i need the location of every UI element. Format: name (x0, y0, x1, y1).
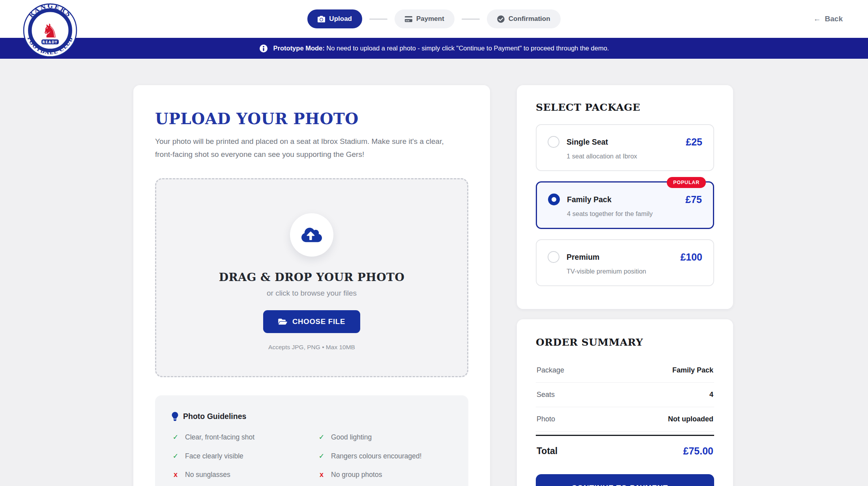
summary-value: Not uploaded (668, 415, 713, 423)
guideline-item: ✓Clear, front-facing shot (172, 433, 306, 441)
package-desc: 4 seats together for the family (567, 210, 702, 218)
upload-card: UPLOAD YOUR PHOTO Your photo will be pri… (133, 85, 490, 486)
summary-row-seats: Seats 4 (536, 383, 714, 407)
guideline-text: No group photos (331, 471, 382, 479)
guideline-text: Good lighting (331, 433, 372, 441)
check-circle-icon (497, 15, 505, 23)
lion-rampant-icon: ♞ (41, 20, 58, 42)
package-price: £25 (686, 136, 702, 148)
check-icon: ✓ (318, 452, 326, 460)
upload-circle (290, 213, 333, 257)
check-icon: ✓ (172, 452, 180, 460)
photo-dropzone[interactable]: DRAG & DROP YOUR PHOTO or click to brows… (155, 178, 468, 377)
package-desc: TV-visible premium position (567, 268, 702, 275)
total-row: Total £75.00 (536, 436, 714, 457)
photo-guidelines-panel: Photo Guidelines ✓Clear, front-facing sh… (155, 395, 468, 486)
radio-unselected[interactable] (548, 251, 559, 263)
order-summary-title: ORDER SUMMARY (536, 337, 714, 348)
checkout-stepper: Upload Payment Confirmation (307, 9, 560, 28)
banner-text: Prototype Mode: No need to upload a real… (273, 45, 609, 52)
credit-card-icon (405, 15, 412, 23)
package-name: Single Seat (567, 138, 608, 147)
popular-badge: POPULAR (667, 177, 706, 188)
summary-label: Package (537, 366, 564, 374)
guideline-text: Rangers colours encouraged! (331, 452, 422, 460)
summary-value: Family Pack (672, 366, 713, 374)
guideline-item: ✓Face clearly visible (172, 452, 306, 460)
radio-unselected[interactable] (548, 136, 559, 148)
package-name: Family Pack (567, 195, 612, 204)
info-icon (259, 44, 268, 53)
check-icon: ✓ (318, 433, 326, 441)
guideline-text: Clear, front-facing shot (185, 433, 254, 441)
badge-scroll: READY (43, 40, 58, 44)
summary-label: Seats (537, 391, 555, 399)
package-option-single-seat[interactable]: Single Seat £25 1 seat allocation at Ibr… (536, 124, 714, 171)
guideline-text: No sunglasses (185, 471, 230, 479)
guideline-text: Face clearly visible (185, 452, 243, 460)
step-payment-label: Payment (416, 15, 444, 23)
stepper-connector (462, 19, 480, 20)
package-name: Premium (567, 253, 599, 262)
cross-icon: x (172, 471, 180, 479)
radio-selected[interactable] (548, 194, 560, 205)
lightbulb-icon (172, 412, 178, 421)
back-label: Back (825, 15, 843, 23)
check-icon: ✓ (172, 433, 180, 441)
guidelines-title: Photo Guidelines (183, 412, 246, 421)
package-option-premium[interactable]: Premium £100 TV-visible premium position (536, 239, 714, 286)
guidelines-grid: ✓Clear, front-facing shot ✓Good lighting… (172, 433, 452, 486)
summary-value: 4 (709, 391, 713, 399)
camera-icon (318, 15, 325, 23)
prototype-mode-banner: Prototype Mode: No need to upload a real… (0, 38, 868, 59)
summary-row-package: Package Family Pack (536, 358, 714, 383)
arrow-left-icon: ← (814, 15, 821, 23)
guideline-item: ✓Rangers colours encouraged! (318, 452, 452, 460)
step-confirmation-label: Confirmation (509, 15, 550, 23)
banner-text-bold: Prototype Mode: (273, 45, 325, 52)
rangers-club-badge: RANGERS FOOTBALL CLUB ♞ READY (23, 3, 77, 58)
select-package-card: SELECT PACKAGE Single Seat £25 1 seat al… (517, 85, 733, 309)
step-payment[interactable]: Payment (395, 9, 455, 28)
folder-open-icon (278, 318, 287, 326)
continue-to-payment-button[interactable]: CONTINUE TO PAYMENT → (536, 474, 714, 486)
stepper-connector (369, 19, 387, 20)
summary-row-photo: Photo Not uploaded (536, 407, 714, 432)
summary-label: Photo (537, 415, 555, 423)
step-confirmation[interactable]: Confirmation (487, 9, 561, 28)
back-button[interactable]: ← Back (814, 0, 843, 38)
choose-file-button[interactable]: CHOOSE FILE (263, 310, 360, 333)
package-option-family-pack[interactable]: POPULAR Family Pack £75 4 seats together… (536, 181, 714, 229)
guideline-item: ✓Good lighting (318, 433, 452, 441)
cross-icon: x (318, 471, 326, 479)
dropzone-subtitle: or click to browse your files (267, 289, 357, 298)
total-label: Total (537, 446, 557, 456)
file-requirements: Accepts JPG, PNG • Max 10MB (268, 344, 355, 351)
banner-text-body: No need to upload a real photo - simply … (326, 45, 609, 52)
guideline-item: xNo sunglasses (172, 471, 306, 479)
cloud-upload-icon (301, 227, 322, 243)
total-value: £75.00 (683, 445, 713, 457)
package-price: £75 (685, 194, 702, 205)
dropzone-title: DRAG & DROP YOUR PHOTO (219, 271, 405, 284)
package-price: £100 (680, 251, 702, 263)
choose-file-label: CHOOSE FILE (292, 317, 345, 326)
package-desc: 1 seat allocation at Ibrox (567, 153, 702, 160)
step-upload[interactable]: Upload (307, 9, 362, 28)
step-upload-label: Upload (329, 15, 352, 23)
page-title: UPLOAD YOUR PHOTO (155, 110, 468, 128)
page-subtitle: Your photo will be printed and placed on… (155, 135, 459, 161)
top-header: Upload Payment Confirmation ← Back (0, 0, 868, 38)
select-package-title: SELECT PACKAGE (536, 102, 714, 113)
guideline-item: xNo group photos (318, 471, 452, 479)
order-summary-card: ORDER SUMMARY Package Family Pack Seats … (517, 319, 733, 486)
